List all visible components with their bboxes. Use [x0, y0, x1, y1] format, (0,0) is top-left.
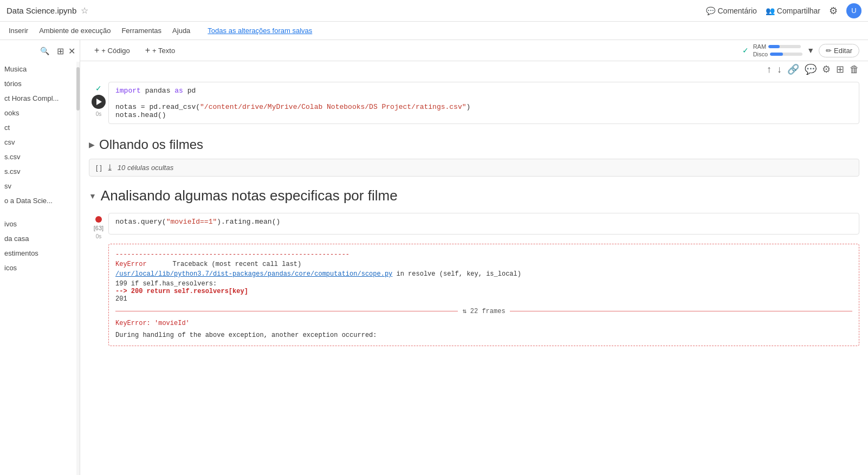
sidebar-item-estimentos[interactable]: estimentos: [0, 246, 80, 261]
search-icon[interactable]: 🔍: [37, 43, 53, 58]
top-bar-left: Data Science.ipynb ☆: [7, 5, 88, 16]
resources-dropdown-arrow[interactable]: ▼: [807, 46, 814, 55]
add-text-button[interactable]: + + Texto: [140, 43, 180, 57]
error-output: ----------------------------------------…: [108, 244, 859, 346]
play-triangle: [96, 99, 102, 105]
section-toggle-2[interactable]: ▼: [89, 192, 96, 200]
error-line200: --> 200 return self.resolvers[key]: [115, 288, 852, 295]
sidebar-item-scsv2[interactable]: s.csv: [0, 164, 80, 179]
top-bar-right: 💬 Comentário 👥 Compartilhar ⚙ U: [706, 3, 861, 18]
sidebar-item-dacasa[interactable]: da casa: [0, 231, 80, 246]
cell-left-1: ✓ 0s: [89, 82, 108, 117]
move-down-icon[interactable]: ↓: [777, 64, 782, 75]
section-toggle-1[interactable]: ▶: [89, 140, 95, 149]
delete-cell-icon[interactable]: 🗑: [850, 64, 859, 75]
sidebar: 🔍 ⊞ ✕ Musica tórios ct Horas Compl... oo…: [0, 40, 80, 475]
sidebar-panel-icon[interactable]: ⊞: [57, 46, 64, 56]
ram-disk-indicator: RAM Disco: [753, 43, 803, 57]
menu-inserir[interactable]: Inserir: [4, 24, 33, 37]
main-layout: 🔍 ⊞ ✕ Musica tórios ct Horas Compl... oo…: [0, 40, 868, 475]
plus-text-icon: +: [145, 45, 150, 55]
add-code-button[interactable]: + + Código: [89, 43, 135, 57]
hidden-bracket: [ ]: [96, 164, 102, 172]
cell-left-2: [63] 0s: [89, 213, 108, 239]
notebook-content: ✓ 0s import pandas as pd notas = pd.read…: [80, 80, 868, 359]
sidebar-item-torios[interactable]: tórios: [0, 76, 80, 91]
run-button-1[interactable]: [92, 95, 106, 109]
toolbar-right: ✓ RAM Disco ▼: [742, 43, 859, 57]
during-label: During handling of the above exception, …: [115, 331, 852, 339]
section-title-1: Olhando os filmes: [99, 137, 203, 152]
save-status: Todas as alterações foram salvas: [203, 24, 316, 37]
cell-body-1[interactable]: import pandas as pd notas = pd.read_csv(…: [108, 82, 859, 124]
sidebar-item-sv[interactable]: sv: [0, 179, 80, 193]
sidebar-header: 🔍 ⊞ ✕: [0, 40, 80, 62]
sidebar-item-ooks[interactable]: ooks: [0, 106, 80, 120]
notebook-title: Data Science.ipynb: [7, 6, 76, 15]
avatar[interactable]: U: [846, 3, 861, 18]
top-bar: Data Science.ipynb ☆ 💬 Comentário 👥 Comp…: [0, 0, 868, 22]
sidebar-scroll[interactable]: Musica tórios ct Horas Compl... ooks ct …: [0, 62, 80, 475]
cell-body-2[interactable]: notas.query("movieId==1").rating.mean(): [108, 213, 859, 235]
key-error: KeyError: 'movieId': [115, 320, 852, 327]
settings-icon[interactable]: ⚙: [829, 5, 838, 17]
error-indicator: [95, 216, 102, 223]
people-icon: 👥: [766, 6, 775, 15]
sidebar-item-datascie[interactable]: o a Data Scie...: [0, 193, 80, 208]
code-cell-1: ✓ 0s import pandas as pd notas = pd.read…: [80, 80, 868, 126]
sidebar-item-icos[interactable]: icos: [0, 261, 80, 275]
comment-cell-icon[interactable]: 💬: [805, 63, 817, 75]
sidebar-item-csv[interactable]: csv: [0, 135, 80, 149]
share-button[interactable]: 👥 Compartilhar: [766, 6, 820, 15]
menu-ambiente[interactable]: Ambiente de execução: [35, 24, 115, 37]
link-icon[interactable]: 🔗: [787, 63, 799, 75]
cell-action-bar: ↑ ↓ 🔗 💬 ⚙ ⊞ 🗑: [80, 61, 868, 77]
ram-check-icon: ✓: [742, 46, 749, 55]
comment-icon: 💬: [706, 6, 715, 15]
cell-success-icon: ✓: [95, 84, 102, 93]
traceback-label: Traceback (most recent call last): [173, 261, 302, 268]
move-up-icon[interactable]: ↑: [767, 64, 772, 75]
cell-settings-icon[interactable]: ⚙: [822, 63, 831, 75]
plus-icon: +: [94, 45, 99, 55]
sidebar-item-scsv1[interactable]: s.csv: [0, 149, 80, 164]
sidebar-item-musica[interactable]: Musica: [0, 62, 80, 76]
error-line199: 199 if self.has_resolvers:: [115, 280, 852, 288]
notebook-toolbar: + + Código + + Texto ✓ RAM Disco: [80, 40, 868, 61]
menu-bar: Inserir Ambiente de execução Ferramentas…: [0, 22, 868, 40]
sidebar-item-ivos[interactable]: ivos: [0, 217, 80, 231]
section-heading-2: ▼ Analisando algumas notas especificas p…: [80, 179, 868, 209]
error-type: KeyError: [115, 261, 147, 268]
expand-cell-icon[interactable]: ⊞: [836, 63, 844, 75]
code-cell-2: [63] 0s notas.query("movieId==1").rating…: [80, 211, 868, 242]
pencil-icon: ✏: [826, 47, 832, 55]
menu-ferramentas[interactable]: Ferramentas: [117, 24, 166, 37]
disk-progress-bar: [770, 53, 802, 56]
hidden-cells-label: 10 células ocultas: [118, 164, 173, 172]
frames-indicator: ⇅ 22 frames: [115, 307, 852, 315]
section-title-2: Analisando algumas notas especificas por…: [101, 187, 398, 204]
content-area[interactable]: + + Código + + Texto ✓ RAM Disco: [80, 40, 868, 475]
sidebar-item-horas[interactable]: ct Horas Compl...: [0, 91, 80, 106]
section-heading-1: ▶ Olhando os filmes: [80, 128, 868, 157]
menu-ajuda[interactable]: Ajuda: [168, 24, 195, 37]
error-file-path[interactable]: /usr/local/lib/python3.7/dist-packages/p…: [115, 270, 392, 278]
ram-progress-bar: [768, 45, 801, 48]
error-separator-top: ----------------------------------------…: [115, 251, 852, 258]
error-line201: 201: [115, 295, 852, 303]
edit-button[interactable]: ✏ Editar: [819, 44, 859, 57]
sidebar-item-ct[interactable]: ct: [0, 120, 80, 135]
sidebar-close-icon[interactable]: ✕: [68, 46, 75, 56]
star-icon[interactable]: ☆: [81, 5, 88, 16]
hidden-cells-icon: ⤓: [106, 162, 113, 173]
comment-button[interactable]: 💬 Comentário: [706, 6, 756, 15]
hidden-cells-bar[interactable]: [ ] ⤓ 10 células ocultas: [89, 159, 859, 177]
